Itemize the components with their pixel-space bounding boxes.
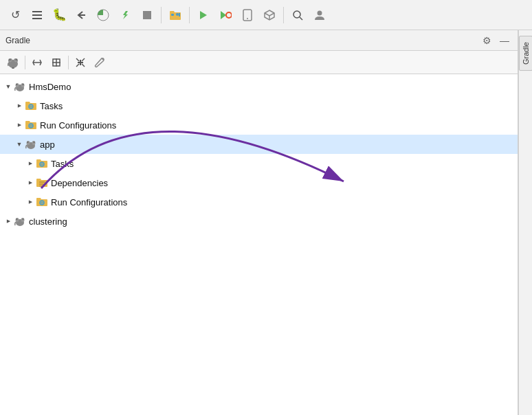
sec-divider-1 [25,56,25,69]
panel-header-icons: ⚙ — [479,33,512,48]
svg-line-36 [76,64,79,67]
svg-line-34 [82,64,85,67]
tree-item-clustering[interactable]: ▼ clustering [0,212,518,231]
toolbar-divider-1 [161,7,162,23]
panel-minimize-icon[interactable]: — [497,33,512,48]
panel-header: Gradle ⚙ — [0,30,518,51]
gradle-elephant-icon[interactable] [4,54,22,71]
lightning-icon[interactable] [115,5,135,25]
toolbar-divider-3 [283,7,284,23]
runconfig1-folder-icon [25,119,37,131]
tree-item-tasks-1[interactable]: ▼ Tasks [0,96,518,115]
tasks2-label: Tasks [51,159,74,169]
play-icon[interactable] [194,5,213,25]
svg-point-25 [14,58,17,62]
svg-point-23 [12,67,14,69]
svg-point-42 [23,84,23,85]
back-arrow-icon[interactable] [71,5,91,25]
runconfig1-arrow[interactable]: ▼ [14,120,25,131]
svg-rect-6 [171,14,174,16]
svg-point-41 [16,84,17,85]
svg-point-40 [21,83,25,87]
svg-marker-9 [200,11,207,19]
clustering-elephant-icon [14,215,26,227]
svg-point-18 [318,10,322,15]
box-icon[interactable] [260,5,279,25]
svg-rect-2 [32,18,42,19]
deps-folder-icon [36,177,48,189]
gradle-tab[interactable]: Gradle [519,36,533,71]
panel-title: Gradle [5,36,30,45]
redo-icon[interactable]: ↺ [5,5,25,25]
svg-point-67 [23,218,23,219]
svg-rect-8 [179,13,180,16]
main-toolbar: ↺ 🐛 [0,0,532,30]
svg-point-53 [34,142,34,142]
svg-point-13 [247,18,248,19]
tasks2-folder-icon [36,157,48,170]
svg-point-26 [10,59,11,60]
search-icon[interactable] [288,5,307,25]
clustering-arrow[interactable]: ▼ [3,216,14,227]
panel-settings-icon[interactable]: ⚙ [479,33,494,48]
svg-rect-1 [32,14,42,16]
runconfig2-label: Run Configurations [51,197,127,208]
gradle-panel: Gradle ⚙ — [0,30,518,415]
hmsdemo-elephant-icon [14,80,26,93]
right-sidebar: Gradle [518,30,532,415]
tasks2-arrow[interactable]: ▼ [25,158,36,169]
tasks1-label: Tasks [40,101,63,111]
wrench-icon[interactable] [91,54,109,71]
svg-line-17 [300,17,302,20]
deps-arrow[interactable]: ▼ [25,177,36,188]
user-icon[interactable] [310,5,329,25]
sec-divider-2 [68,56,69,69]
profile-icon[interactable] [93,5,113,25]
expand-all-icon[interactable] [28,54,46,71]
svg-point-51 [32,141,36,145]
tree-item-tasks-2[interactable]: ▼ Tasks [0,154,518,173]
svg-point-16 [293,11,300,18]
bug-icon[interactable]: 🐛 [49,5,69,25]
svg-line-33 [76,58,79,61]
app-elephant-icon [25,138,37,150]
app-arrow[interactable]: ▼ [14,139,25,150]
svg-point-11 [226,12,232,18]
svg-point-66 [16,218,17,219]
svg-marker-10 [221,11,226,19]
tasks1-arrow[interactable]: ▼ [14,100,25,111]
link-icon[interactable] [71,54,89,71]
svg-point-37 [102,58,104,60]
svg-point-39 [16,83,19,87]
app-label: app [40,139,55,150]
folder-icon[interactable] [166,5,185,25]
svg-point-52 [27,142,28,142]
svg-point-7 [176,13,179,16]
svg-point-64 [16,218,19,222]
main-area: Gradle ⚙ — [0,30,532,415]
clustering-label: clustering [29,216,67,227]
tree-item-dependencies[interactable]: ▼ Dependencies [0,173,518,192]
hmsdemo-label: HmsDemo [29,82,71,92]
hmsdemo-arrow[interactable]: ▼ [3,81,14,92]
runconfig2-folder-icon [36,196,48,208]
tasks1-folder-icon [25,100,37,112]
tree-item-runconfig-1[interactable]: ▼ Run Configurations [0,115,518,135]
tree-item-runconfig-2[interactable]: ▼ Run Configurations [0,192,518,212]
gradle-tree[interactable]: ▼ HmsDemo ▼ [0,74,518,415]
tree-item-hmsdemo[interactable]: ▼ HmsDemo [0,77,518,96]
runconfig2-arrow[interactable]: ▼ [25,197,36,208]
list-icon[interactable] [27,5,47,25]
collapse-all-icon[interactable] [47,54,65,71]
svg-line-35 [82,58,85,61]
svg-rect-59 [39,186,42,187]
svg-rect-0 [32,11,42,12]
device-icon[interactable] [238,5,257,25]
svg-rect-57 [39,181,45,183]
svg-point-27 [16,59,17,60]
deps-label: Dependencies [51,178,108,188]
stop-icon[interactable] [137,5,157,25]
tree-item-app[interactable]: ▼ app [0,135,518,154]
toolbar-divider-2 [189,7,190,23]
run-config-icon[interactable] [216,5,235,25]
